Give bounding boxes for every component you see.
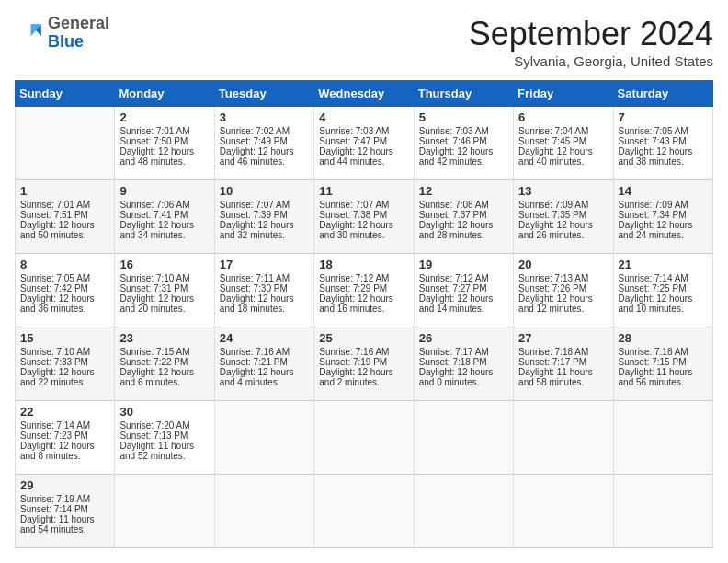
calendar-cell [214,475,313,548]
sunrise-text: Sunrise: 7:07 AM [220,200,309,210]
daylight-text: Daylight: 12 hours and 4 minutes. [220,367,309,387]
sunrise-text: Sunrise: 7:03 AM [319,126,408,136]
day-number: 29 [20,478,109,492]
sunset-text: Sunset: 7:35 PM [518,210,608,220]
calendar-cell: 21Sunrise: 7:14 AMSunset: 7:25 PMDayligh… [613,254,712,327]
day-number: 9 [119,184,209,198]
header-friday: Friday [514,81,613,107]
daylight-text: Daylight: 12 hours and 18 minutes. [220,293,309,314]
calendar-cell: 28Sunrise: 7:18 AMSunset: 7:15 PMDayligh… [613,327,712,401]
day-number: 4 [319,110,408,124]
calendar-cell: 15Sunrise: 7:10 AMSunset: 7:33 PMDayligh… [16,327,115,401]
daylight-text: Daylight: 12 hours and 8 minutes. [20,441,109,461]
calendar-cell: 2Sunrise: 7:01 AMSunset: 7:50 PMDaylight… [115,107,214,180]
daylight-text: Daylight: 12 hours and 44 minutes. [319,146,408,167]
sunset-text: Sunset: 7:21 PM [220,357,309,367]
calendar-cell: 13Sunrise: 7:09 AMSunset: 7:35 PMDayligh… [514,180,613,254]
day-number: 7 [619,110,708,124]
sunrise-text: Sunrise: 7:18 AM [619,347,708,357]
sunrise-text: Sunrise: 7:07 AM [319,200,408,210]
calendar-cell: 19Sunrise: 7:12 AMSunset: 7:27 PMDayligh… [414,254,513,327]
sunrise-text: Sunrise: 7:14 AM [619,273,708,283]
day-number: 10 [220,184,309,198]
calendar-cell: 29Sunrise: 7:19 AMSunset: 7:14 PMDayligh… [16,475,115,548]
calendar-cell [314,401,414,475]
day-number: 24 [220,331,309,345]
calendar-week-row: 8Sunrise: 7:05 AMSunset: 7:42 PMDaylight… [16,254,713,327]
sunrise-text: Sunrise: 7:14 AM [20,420,109,431]
day-number: 17 [220,258,309,271]
header-monday: Monday [115,81,214,107]
daylight-text: Daylight: 12 hours and 6 minutes. [119,367,209,387]
sunset-text: Sunset: 7:37 PM [419,210,508,220]
sunset-text: Sunset: 7:42 PM [20,283,109,293]
calendar-cell: 17Sunrise: 7:11 AMSunset: 7:30 PMDayligh… [214,254,313,327]
calendar-cell [414,475,513,548]
sunset-text: Sunset: 7:46 PM [419,136,508,146]
day-number: 14 [619,184,708,198]
sunset-text: Sunset: 7:29 PM [319,283,408,293]
calendar-cell: 6Sunrise: 7:04 AMSunset: 7:45 PMDaylight… [514,107,613,180]
header-sunday: Sunday [16,81,115,107]
day-number: 2 [119,110,209,124]
day-number: 22 [20,405,109,419]
sunrise-text: Sunrise: 7:01 AM [119,126,209,136]
day-number: 13 [518,184,608,198]
calendar-cell: 30Sunrise: 7:20 AMSunset: 7:13 PMDayligh… [115,401,214,475]
header-row: Sunday Monday Tuesday Wednesday Thursday… [16,81,713,107]
calendar-week-row: 2Sunrise: 7:01 AMSunset: 7:50 PMDaylight… [16,107,713,180]
daylight-text: Daylight: 12 hours and 40 minutes. [518,146,608,167]
sunset-text: Sunset: 7:13 PM [119,431,209,441]
sunset-text: Sunset: 7:26 PM [518,283,608,293]
daylight-text: Daylight: 12 hours and 48 minutes. [119,146,209,167]
sunset-text: Sunset: 7:23 PM [20,431,109,441]
day-number: 19 [419,258,508,271]
sunset-text: Sunset: 7:38 PM [319,210,408,220]
day-number: 25 [319,331,408,345]
sunrise-text: Sunrise: 7:08 AM [419,200,508,210]
sunset-text: Sunset: 7:41 PM [119,210,209,220]
sunrise-text: Sunrise: 7:13 AM [518,273,608,283]
calendar-table: Sunday Monday Tuesday Wednesday Thursday… [15,80,713,548]
calendar-cell: 7Sunrise: 7:05 AMSunset: 7:43 PMDaylight… [613,107,712,180]
day-number: 18 [319,258,408,271]
daylight-text: Daylight: 12 hours and 0 minutes. [419,367,508,387]
sunrise-text: Sunrise: 7:03 AM [419,126,508,136]
logo-icon [15,18,44,48]
calendar-cell: 4Sunrise: 7:03 AMSunset: 7:47 PMDaylight… [314,107,414,180]
calendar-week-row: 1Sunrise: 7:01 AMSunset: 7:51 PMDaylight… [16,180,713,254]
day-number: 30 [119,405,209,419]
daylight-text: Daylight: 12 hours and 24 minutes. [619,220,708,240]
sunrise-text: Sunrise: 7:01 AM [20,200,109,210]
calendar-cell: 10Sunrise: 7:07 AMSunset: 7:39 PMDayligh… [214,180,313,254]
sunrise-text: Sunrise: 7:09 AM [619,200,708,210]
sunset-text: Sunset: 7:43 PM [619,136,708,146]
daylight-text: Daylight: 11 hours and 56 minutes. [619,367,708,387]
day-number: 20 [518,258,608,271]
calendar-cell: 1Sunrise: 7:01 AMSunset: 7:51 PMDaylight… [16,180,115,254]
daylight-text: Daylight: 11 hours and 58 minutes. [518,367,608,387]
sunrise-text: Sunrise: 7:02 AM [220,126,309,136]
sunset-text: Sunset: 7:27 PM [419,283,508,293]
daylight-text: Daylight: 12 hours and 20 minutes. [119,293,209,314]
sunset-text: Sunset: 7:18 PM [419,357,508,367]
sunrise-text: Sunrise: 7:18 AM [518,347,608,357]
sunset-text: Sunset: 7:49 PM [220,136,309,146]
day-number: 6 [518,110,608,124]
calendar-cell: 22Sunrise: 7:14 AMSunset: 7:23 PMDayligh… [16,401,115,475]
day-number: 28 [619,331,708,345]
daylight-text: Daylight: 12 hours and 16 minutes. [319,293,408,314]
calendar-cell: 18Sunrise: 7:12 AMSunset: 7:29 PMDayligh… [314,254,414,327]
header-thursday: Thursday [414,81,513,107]
calendar-cell: 27Sunrise: 7:18 AMSunset: 7:17 PMDayligh… [514,327,613,401]
sunset-text: Sunset: 7:47 PM [319,136,408,146]
calendar-cell: 14Sunrise: 7:09 AMSunset: 7:34 PMDayligh… [613,180,712,254]
logo: General Blue [15,15,109,52]
calendar-week-row: 29Sunrise: 7:19 AMSunset: 7:14 PMDayligh… [16,475,713,548]
day-number: 11 [319,184,408,198]
sunset-text: Sunset: 7:17 PM [518,357,608,367]
header-tuesday: Tuesday [214,81,313,107]
daylight-text: Daylight: 12 hours and 10 minutes. [619,293,708,314]
calendar-cell: 5Sunrise: 7:03 AMSunset: 7:46 PMDaylight… [414,107,513,180]
day-number: 16 [119,258,209,271]
